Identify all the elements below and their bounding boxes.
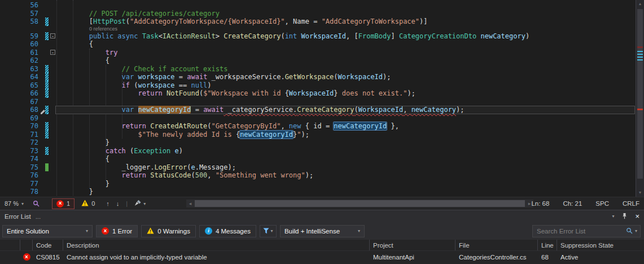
panel-title-dots: ... xyxy=(36,213,41,220)
scroll-up-icon[interactable]: ▴ xyxy=(636,1,644,7)
cell-blank xyxy=(0,251,20,263)
scrollbar-change-mark xyxy=(637,54,643,55)
next-issue-button[interactable]: ↓ xyxy=(116,200,120,207)
codelens-references[interactable]: 0 references xyxy=(0,26,644,32)
scope-filter-select[interactable]: Entire Solution ▾ xyxy=(2,225,93,237)
scrollbar-change-mark xyxy=(637,51,643,52)
code-line-72[interactable]: 72 } xyxy=(0,139,644,147)
code-cleanup-button[interactable]: ▾ xyxy=(134,200,146,207)
code-line-70[interactable]: 70 return CreatedAtRoute("GetCategoryByI… xyxy=(0,122,644,131)
line-number: 67 xyxy=(0,98,38,106)
search-input[interactable] xyxy=(536,227,624,235)
broom-icon xyxy=(134,200,142,207)
code-line-68[interactable]: 68 var newCategoryId = await _categorySe… xyxy=(0,106,644,114)
line-ending-indicator[interactable]: CRLF xyxy=(623,200,639,207)
previous-issue-button[interactable]: ↑ xyxy=(106,200,109,207)
code-line-66[interactable]: 66 return NotFound($"Workspace with id {… xyxy=(0,89,644,98)
scrollbar-error-mark xyxy=(637,109,643,110)
column-header-severity[interactable] xyxy=(20,240,33,250)
warning-icon xyxy=(147,227,154,235)
code-line-59[interactable]: 59- public async Task<IActionResult> Cre… xyxy=(0,32,644,41)
filter-icon xyxy=(263,226,269,236)
code-line-64[interactable]: 64 var workspace = await _workspaceServi… xyxy=(0,73,644,81)
errors-filter-label: 1 Error xyxy=(112,228,132,235)
scrollbar-change-mark xyxy=(637,57,643,58)
zoom-level-value: 87 % xyxy=(5,200,19,207)
code-line-65[interactable]: 65 if (workspace == null) xyxy=(0,81,644,90)
warnings-filter-button[interactable]: 0 Warnings xyxy=(141,225,196,237)
line-number: 69 xyxy=(0,114,38,123)
cell-description: Cannot assign void to an implicitly-type… xyxy=(63,251,370,263)
code-line-62[interactable]: 62 { xyxy=(0,57,644,65)
warnings-filter-label: 0 Warnings xyxy=(157,228,190,235)
code-line-67[interactable]: 67 xyxy=(0,98,644,106)
separator: | xyxy=(126,200,128,207)
line-indicator[interactable]: Ln: 68 xyxy=(531,200,549,207)
scroll-down-icon[interactable]: ▾ xyxy=(636,189,644,196)
code-line-73[interactable]: 73 catch (Exception e) xyxy=(0,147,644,155)
close-icon[interactable]: × xyxy=(635,213,639,220)
fold-toggle[interactable]: - xyxy=(50,50,55,55)
vertical-scrollbar[interactable]: ▴ ▾ xyxy=(636,0,644,197)
warning-summary-button[interactable]: 0 xyxy=(81,200,95,207)
pin-icon[interactable] xyxy=(622,213,627,220)
error-list-search: ▾ xyxy=(532,225,641,237)
horizontal-scrollbar[interactable]: ◂ ▸ xyxy=(186,200,533,207)
scrollbar-change-mark xyxy=(637,59,643,60)
error-list-titlebar[interactable]: Error List ... ▾ × xyxy=(0,210,644,222)
cell-project: MultitenantApi xyxy=(370,251,455,263)
error-list-toolbar: Entire Solution ▾ × 1 Error 0 Warnings i… xyxy=(0,222,644,240)
code-line-75[interactable]: 75 _logger.LogError(e.Message); xyxy=(0,163,644,172)
error-count: 1 xyxy=(67,200,70,207)
chevron-down-icon: ▾ xyxy=(143,201,146,206)
scroll-left-icon[interactable]: ◂ xyxy=(186,200,194,207)
chevron-down-icon: ▾ xyxy=(21,201,24,206)
column-header-suppression[interactable]: Suppression State xyxy=(557,240,644,250)
search-icon[interactable] xyxy=(626,226,633,236)
column-header-description[interactable]: Description xyxy=(63,240,370,250)
cell-icon: × xyxy=(20,251,33,263)
error-row[interactable]: ×CS0815Cannot assign void to an implicit… xyxy=(0,251,644,263)
code-line-71[interactable]: 71 $"The newly added Id is {newCategoryI… xyxy=(0,131,644,139)
column-header-code[interactable]: Code xyxy=(33,240,63,250)
code-line-56[interactable]: 56 xyxy=(0,1,644,10)
code-line-77[interactable]: 77 } xyxy=(0,180,644,188)
chevron-down-icon: ▾ xyxy=(358,228,360,233)
filter-button[interactable]: ▾ xyxy=(260,225,277,237)
code-line-57[interactable]: 57 // POST /api/categories/category xyxy=(0,10,644,18)
zoom-icon[interactable] xyxy=(33,200,40,207)
code-editor[interactable]: 5657 // POST /api/categories/category58 … xyxy=(0,0,644,197)
fold-toggle[interactable]: - xyxy=(50,33,55,38)
column-header-line[interactable]: Line xyxy=(538,240,557,250)
error-icon: × xyxy=(23,253,30,261)
pencil-icon xyxy=(40,107,46,117)
column-header-blank xyxy=(0,240,20,250)
source-filter-select[interactable]: Build + IntelliSense ▾ xyxy=(280,225,365,237)
panel-title: Error List xyxy=(5,213,31,220)
code-line-61[interactable]: 61- try xyxy=(0,49,644,57)
messages-filter-button[interactable]: i 4 Messages xyxy=(199,225,256,237)
horizontal-scrollbar-thumb[interactable] xyxy=(195,200,525,207)
code-line-63[interactable]: 63 // Check if account exists xyxy=(0,65,644,73)
zoom-level-select[interactable]: 87 % ▾ xyxy=(0,197,28,210)
scope-filter-value: Entire Solution xyxy=(7,228,49,235)
error-summary-button[interactable]: × 1 xyxy=(52,198,75,209)
line-number: 56 xyxy=(0,1,38,10)
error-list-rows: ×CS0815Cannot assign void to an implicit… xyxy=(0,251,644,263)
column-header-file[interactable]: File xyxy=(455,240,538,250)
code-area[interactable]: 5657 // POST /api/categories/category58 … xyxy=(0,0,644,196)
column-header-project[interactable]: Project xyxy=(370,240,455,250)
code-line-58[interactable]: 58 [HttpPost("AddCategoryToWorkspace/{Wo… xyxy=(0,18,644,26)
window-position-menu-icon[interactable]: ▾ xyxy=(612,214,614,219)
chevron-down-icon[interactable]: ▾ xyxy=(635,228,637,233)
code-line-78[interactable]: 78 } xyxy=(0,188,644,196)
errors-filter-button[interactable]: × 1 Error xyxy=(96,225,138,237)
insert-mode-indicator[interactable]: SPC xyxy=(595,200,609,207)
code-line-74[interactable]: 74 { xyxy=(0,155,644,163)
code-line-60[interactable]: 60 { xyxy=(0,40,644,49)
column-indicator[interactable]: Ch: 21 xyxy=(563,200,582,207)
code-line-76[interactable]: 76 return StatusCode(500, "Something wen… xyxy=(0,171,644,180)
code-line-69[interactable]: 69 xyxy=(0,114,644,123)
error-icon: × xyxy=(102,227,109,235)
vertical-scrollbar-thumb[interactable] xyxy=(637,9,643,179)
